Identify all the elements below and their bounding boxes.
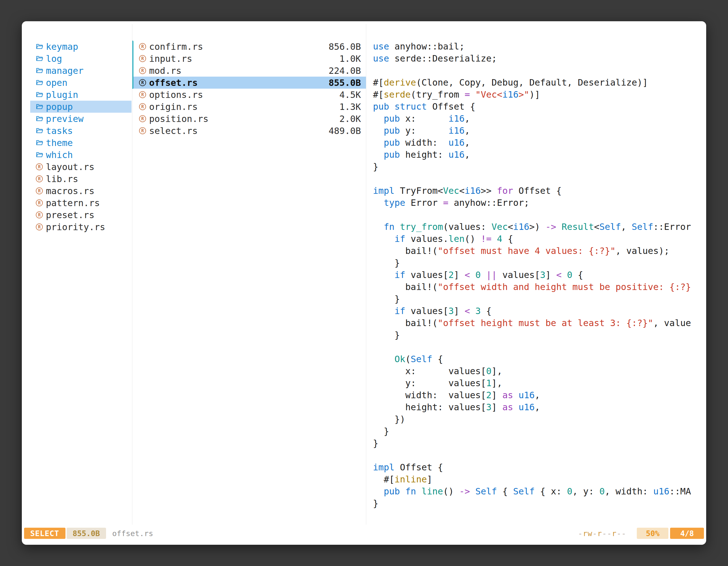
- dir-item-keymap[interactable]: keymap: [30, 41, 131, 53]
- code-line: [373, 209, 706, 221]
- current-pane-list: Rconfirm.rs856.0BRinput.rs1.0KRmod.rs224…: [132, 41, 366, 137]
- file-item-confirm.rs[interactable]: Rconfirm.rs856.0B: [132, 41, 366, 53]
- file-item-macros.rs[interactable]: Rmacros.rs: [30, 185, 131, 197]
- parent-pane-list: keymaplogmanageropenpluginpopuppreviewta…: [30, 41, 131, 233]
- file-item-origin.rs[interactable]: Rorigin.rs1.3K: [132, 101, 366, 113]
- folder-icon: [36, 103, 43, 111]
- file-item-position.rs[interactable]: Rposition.rs2.0K: [132, 113, 366, 125]
- file-item-pattern.rs[interactable]: Rpattern.rs: [30, 197, 131, 209]
- item-name: offset.rs: [149, 78, 198, 88]
- file-size: 489.0B: [328, 126, 361, 136]
- scroll-indicator[interactable]: [132, 41, 133, 89]
- item-name: theme: [46, 138, 73, 148]
- folder-icon: [36, 127, 43, 135]
- code-line: }: [373, 329, 706, 341]
- item-name: options.rs: [149, 90, 203, 100]
- file-item-options.rs[interactable]: Roptions.rs4.5K: [132, 89, 366, 101]
- panes-container: keymaplogmanageropenpluginpopuppreviewta…: [22, 24, 706, 525]
- rust-file-icon: R: [139, 55, 146, 62]
- code-line: [373, 173, 706, 185]
- dir-item-which[interactable]: which: [30, 149, 131, 161]
- code-line: [373, 449, 706, 461]
- code-line: bail!("offset height must be at least 3:…: [373, 317, 706, 329]
- rust-file-icon: R: [36, 175, 43, 182]
- rust-file-icon: R: [139, 127, 146, 134]
- item-name: select.rs: [149, 126, 198, 136]
- dir-item-plugin[interactable]: plugin: [30, 89, 131, 101]
- folder-icon: [36, 139, 43, 147]
- file-size: 1.0K: [339, 53, 361, 64]
- code-line: impl TryFrom<Vec<i16>> for Offset {: [373, 185, 706, 197]
- code-line: if values[2] < 0 || values[3] < 0 {: [373, 269, 706, 281]
- folder-icon: [36, 55, 43, 62]
- dir-item-tasks[interactable]: tasks: [30, 125, 131, 137]
- code-line: if values.len() != 4 {: [373, 233, 706, 245]
- rust-file-icon: R: [139, 79, 146, 86]
- status-filename: offset.rs: [112, 529, 153, 538]
- scroll-percent-badge: 50%: [637, 528, 668, 539]
- code-line: impl Offset {: [373, 461, 706, 473]
- file-size: 1.3K: [339, 102, 361, 112]
- file-item-select.rs[interactable]: Rselect.rs489.0B: [132, 125, 366, 137]
- code-line: Ok(Self {: [373, 353, 706, 365]
- code-line: pub x: i16,: [373, 113, 706, 125]
- file-size-badge: 855.0B: [67, 528, 106, 539]
- permissions: -rw-r--r--: [578, 529, 626, 538]
- file-size: 856.0B: [328, 41, 361, 52]
- folder-icon: [36, 43, 43, 50]
- code-line: }: [373, 425, 706, 437]
- code-line: [373, 65, 706, 77]
- cursor-position-badge: 4/8: [670, 528, 704, 539]
- code-line: }: [373, 257, 706, 269]
- code-line: if values[3] < 3 {: [373, 305, 706, 317]
- dir-item-log[interactable]: log: [30, 53, 131, 65]
- item-name: log: [46, 53, 62, 64]
- dir-item-preview[interactable]: preview: [30, 113, 131, 125]
- rust-file-icon: R: [139, 43, 146, 50]
- item-name: keymap: [46, 41, 78, 52]
- file-item-input.rs[interactable]: Rinput.rs1.0K: [132, 53, 366, 65]
- item-name: lib.rs: [46, 174, 78, 184]
- file-item-lib.rs[interactable]: Rlib.rs: [30, 173, 131, 185]
- dir-item-popup[interactable]: popup: [30, 101, 131, 113]
- code-line: x: values[0],: [373, 365, 706, 377]
- rust-file-icon: R: [139, 67, 146, 74]
- code-line: y: values[1],: [373, 377, 706, 389]
- rust-file-icon: R: [36, 212, 43, 219]
- file-item-preset.rs[interactable]: Rpreset.rs: [30, 209, 131, 221]
- file-item-offset.rs[interactable]: Roffset.rs855.0B: [132, 77, 366, 89]
- file-item-mod.rs[interactable]: Rmod.rs224.0B: [132, 65, 366, 77]
- code-line: height: values[3] as u16,: [373, 401, 706, 413]
- code-line: width: values[2] as u16,: [373, 389, 706, 401]
- mode-badge: SELECT: [24, 528, 65, 539]
- file-size: 4.5K: [339, 90, 361, 100]
- item-name: manager: [46, 65, 84, 76]
- rust-file-icon: R: [36, 163, 43, 170]
- item-name: macros.rs: [46, 186, 94, 196]
- file-size: 224.0B: [328, 65, 361, 76]
- file-item-priority.rs[interactable]: Rpriority.rs: [30, 221, 131, 233]
- dir-item-theme[interactable]: theme: [30, 137, 131, 149]
- item-name: preset.rs: [46, 210, 94, 220]
- item-name: origin.rs: [149, 102, 198, 112]
- code-line: #[serde(try_from = "Vec<i16>")]: [373, 89, 706, 101]
- code-line: pub y: i16,: [373, 125, 706, 137]
- dir-item-open[interactable]: open: [30, 77, 131, 89]
- code-line: use anyhow::bail;: [373, 41, 706, 53]
- rust-file-icon: R: [36, 187, 43, 194]
- rust-file-icon: R: [36, 224, 43, 231]
- item-name: which: [46, 150, 73, 160]
- code-line: fn try_from(values: Vec<i16>) -> Result<…: [373, 221, 706, 233]
- code-line: [373, 341, 706, 353]
- rust-file-icon: R: [139, 115, 146, 122]
- rust-file-icon: R: [36, 200, 43, 206]
- status-bar: SELECT 855.0B offset.rs -rw-r--r-- 50% 4…: [24, 527, 704, 539]
- file-item-layout.rs[interactable]: Rlayout.rs: [30, 161, 131, 173]
- dir-item-manager[interactable]: manager: [30, 65, 131, 77]
- item-name: tasks: [46, 126, 73, 136]
- folder-icon: [36, 115, 43, 123]
- preview-pane: use anyhow::bail;use serde::Deserialize;…: [366, 24, 706, 525]
- file-size: 2.0K: [339, 114, 361, 124]
- code-line: pub width: u16,: [373, 137, 706, 149]
- code-line: pub fn line() -> Self { Self { x: 0, y: …: [373, 485, 706, 497]
